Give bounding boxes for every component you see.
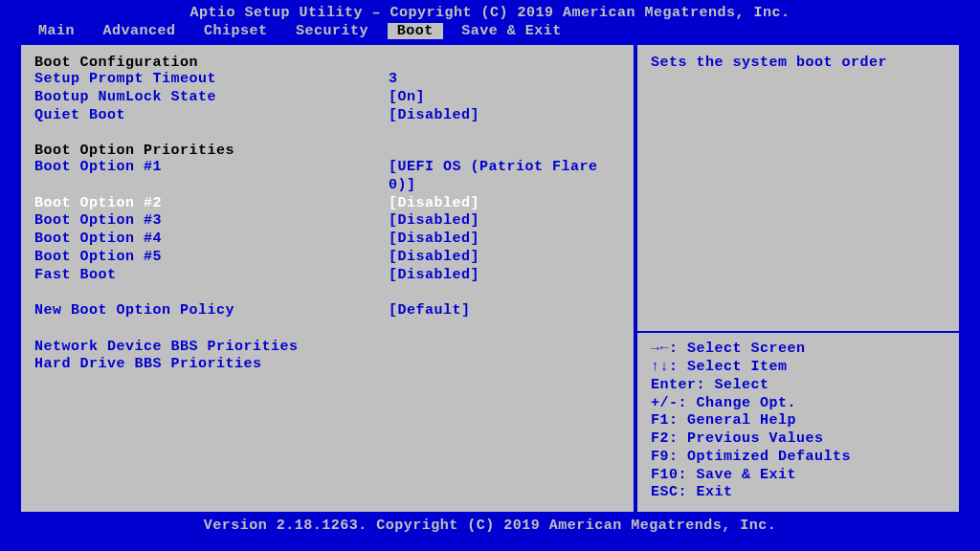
setup-prompt-timeout-label: Setup Prompt Timeout [34, 71, 389, 89]
boot-option-5[interactable]: Boot Option #5 [Disabled] [34, 249, 620, 267]
help-panel: Sets the system boot order [637, 45, 959, 331]
menu-security[interactable]: Security [286, 23, 378, 39]
boot-option-4-label: Boot Option #4 [34, 231, 389, 249]
fast-boot-label: Fast Boot [34, 267, 389, 285]
menu-boot[interactable]: Boot [388, 23, 443, 39]
new-boot-option-policy-label: New Boot Option Policy [34, 302, 389, 320]
bootup-numlock-value: [On] [389, 89, 620, 107]
main-area: Boot Configuration Setup Prompt Timeout … [0, 43, 980, 514]
boot-option-3-value: [Disabled] [389, 212, 620, 231]
key-hints: →←: Select Screen ↑↓: Select Item Enter:… [637, 333, 959, 512]
hint-select-item: ↑↓: Select Item [651, 359, 946, 377]
network-bbs-priorities[interactable]: Network Device BBS Priorities [34, 339, 620, 357]
bootup-numlock[interactable]: Bootup NumLock State [On] [34, 89, 620, 107]
boot-option-1-value: [UEFI OS (Patriot Flare [389, 159, 620, 177]
menu-main[interactable]: Main [29, 23, 84, 39]
fast-boot-value: [Disabled] [389, 267, 620, 285]
hint-esc: ESC: Exit [651, 484, 946, 502]
setup-prompt-timeout-value: 3 [389, 71, 620, 89]
hard-drive-bbs-priorities[interactable]: Hard Drive BBS Priorities [34, 356, 620, 374]
boot-option-3-label: Boot Option #3 [34, 212, 389, 231]
boot-option-1[interactable]: Boot Option #1 [UEFI OS (Patriot Flare [34, 159, 620, 177]
help-text: Sets the system boot order [651, 55, 946, 71]
right-panel: Sets the system boot order →←: Select Sc… [635, 43, 961, 514]
menu-save-exit[interactable]: Save & Exit [452, 23, 571, 39]
boot-option-3[interactable]: Boot Option #3 [Disabled] [34, 212, 620, 231]
boot-option-2-value: [Disabled] [389, 195, 620, 213]
left-panel: Boot Configuration Setup Prompt Timeout … [19, 43, 635, 514]
boot-option-5-label: Boot Option #5 [34, 249, 389, 267]
hint-select-screen: →←: Select Screen [651, 341, 946, 359]
quiet-boot[interactable]: Quiet Boot [Disabled] [34, 107, 620, 125]
hard-drive-bbs-label: Hard Drive BBS Priorities [34, 356, 389, 374]
hint-change-opt: +/-: Change Opt. [651, 395, 946, 413]
quiet-boot-value: [Disabled] [389, 107, 620, 125]
new-boot-option-policy[interactable]: New Boot Option Policy [Default] [34, 302, 620, 320]
boot-option-1-value2: 0)] [389, 177, 620, 195]
boot-option-4[interactable]: Boot Option #4 [Disabled] [34, 231, 620, 249]
footer: Version 2.18.1263. Copyright (C) 2019 Am… [0, 514, 980, 534]
menu-chipset[interactable]: Chipset [194, 23, 278, 39]
bootup-numlock-label: Bootup NumLock State [34, 89, 389, 107]
boot-priorities-header: Boot Option Priorities [34, 143, 620, 159]
hint-f10: F10: Save & Exit [651, 467, 946, 485]
menu-bar: Main Advanced Chipset Security Boot Save… [0, 23, 980, 43]
setup-prompt-timeout[interactable]: Setup Prompt Timeout 3 [34, 71, 620, 89]
title-bar: Aptio Setup Utility – Copyright (C) 2019… [0, 0, 980, 23]
hint-enter: Enter: Select [651, 377, 946, 395]
new-boot-option-policy-value: [Default] [389, 302, 620, 320]
boot-option-1-line2: 0)] [34, 177, 620, 195]
hint-f2: F2: Previous Values [651, 430, 946, 449]
boot-option-2-label: Boot Option #2 [34, 195, 389, 213]
boot-option-1-label: Boot Option #1 [34, 159, 389, 177]
quiet-boot-label: Quiet Boot [34, 107, 389, 125]
network-bbs-label: Network Device BBS Priorities [34, 339, 389, 357]
boot-option-5-value: [Disabled] [389, 249, 620, 267]
hint-f1: F1: General Help [651, 412, 946, 430]
menu-advanced[interactable]: Advanced [94, 23, 186, 39]
fast-boot[interactable]: Fast Boot [Disabled] [34, 267, 620, 285]
boot-option-2[interactable]: Boot Option #2 [Disabled] [34, 195, 620, 213]
hint-f9: F9: Optimized Defaults [651, 449, 946, 467]
boot-config-header: Boot Configuration [34, 55, 620, 71]
boot-option-4-value: [Disabled] [389, 231, 620, 249]
